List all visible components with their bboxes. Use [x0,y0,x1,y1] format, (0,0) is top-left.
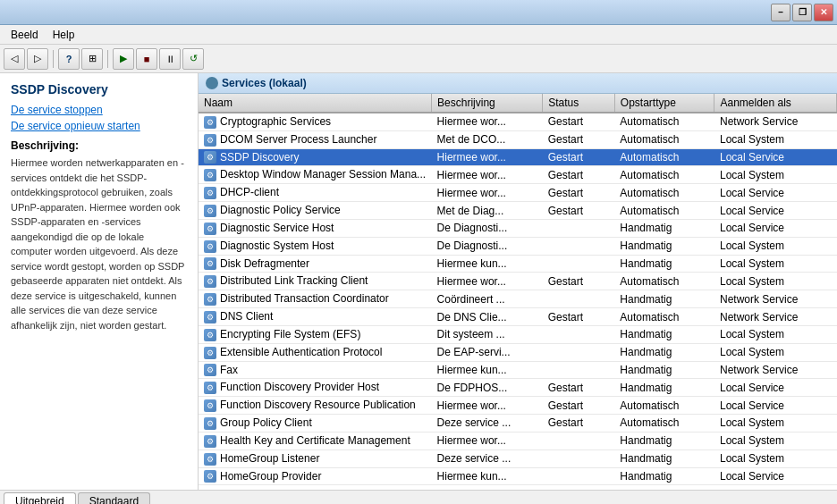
cell-opstarttype: Handmatig [614,449,714,467]
table-row[interactable]: Health Key and Certificate ManagementHie… [199,432,837,449]
cell-opstarttype: Handmatig [614,325,714,343]
services-table: Naam Beschrijving Status Opstarttype Aan… [199,94,837,485]
cell-beschrijving: Met de Diag... [432,202,543,220]
menu-help[interactable]: Help [46,27,82,43]
table-row[interactable]: DHCP-clientHiermee wor...GestartAutomati… [199,184,837,202]
left-panel: SSDP Discovery De service stoppen De ser… [0,73,199,490]
cell-beschrijving: Deze service ... [432,449,543,467]
cell-naam: Desktop Window Manager Session Mana... [199,166,432,184]
cell-aanmelden: Local System [714,237,837,255]
cell-status [543,325,615,343]
table-header-row: Naam Beschrijving Status Opstarttype Aan… [199,94,837,113]
cell-opstarttype: Automatisch [614,148,714,166]
cell-opstarttype: Automatisch [614,130,714,148]
toolbar-stop[interactable]: ■ [136,48,157,70]
cell-aanmelden: Local Service [714,219,837,237]
table-row[interactable]: Disk DefragmenterHiermee kun...Handmatig… [199,255,837,273]
col-header-beschrijving[interactable]: Beschrijving [432,94,543,113]
stop-link[interactable]: De service stoppen [11,104,103,116]
cell-aanmelden: Local System [714,255,837,273]
cell-status: Gestart [543,379,615,397]
cell-beschrijving: Hiermee kun... [432,467,543,485]
table-row[interactable]: DCOM Server Process LauncherMet de DCO..… [199,130,837,148]
cell-status: Gestart [543,184,615,202]
cell-aanmelden: Local System [714,415,837,433]
cell-aanmelden: Local Service [714,379,837,397]
cell-naam: HomeGroup Provider [199,467,432,485]
toolbar-play[interactable]: ▶ [113,48,134,70]
cell-naam: Encrypting File System (EFS) [199,325,432,343]
service-icon [204,347,216,359]
cell-opstarttype: Handmatig [614,237,714,255]
cell-naam: Function Discovery Provider Host [199,379,432,397]
table-row[interactable]: Cryptographic ServicesHiermee wor...Gest… [199,113,837,130]
cell-status: Gestart [543,148,615,166]
cell-status: Gestart [543,166,615,184]
cell-naam: Cryptographic Services [199,113,432,130]
tab-standaard[interactable]: Standaard [78,492,150,504]
cell-aanmelden: Network Service [714,290,837,308]
toolbar-forward[interactable]: ▷ [27,48,48,70]
cell-aanmelden: Local System [714,449,837,467]
table-row[interactable]: Diagnostic Policy ServiceMet de Diag...G… [199,202,837,220]
services-header-title: Services (lokaal) [222,77,307,89]
table-row[interactable]: DNS ClientDe DNS Clie...GestartAutomatis… [199,308,837,326]
table-row[interactable]: SSDP DiscoveryHiermee wor...GestartAutom… [199,148,837,166]
cell-beschrijving: Met de DCO... [432,130,543,148]
table-row[interactable]: HomeGroup ListenerDeze service ...Handma… [199,449,837,467]
table-row[interactable]: Diagnostic Service HostDe Diagnosti...Ha… [199,219,837,237]
cell-beschrijving: Hiermee wor... [432,184,543,202]
services-gear-icon [206,77,218,89]
restart-link[interactable]: De service opnieuw starten [11,120,140,132]
col-header-aanmelden[interactable]: Aanmelden als [714,94,837,113]
table-row[interactable]: Encrypting File System (EFS)Dit systeem … [199,325,837,343]
col-header-status[interactable]: Status [543,94,615,113]
menu-beeld[interactable]: Beeld [4,27,46,43]
service-icon [204,169,216,181]
toolbar-restart[interactable]: ↺ [182,48,204,70]
cell-naam: Function Discovery Resource Publication [199,397,432,415]
cell-status [543,343,615,361]
toolbar-expand[interactable]: ⊞ [81,48,103,70]
col-header-naam[interactable]: Naam [199,94,432,113]
service-icon [204,399,216,412]
cell-naam: SSDP Discovery [199,148,432,166]
table-row[interactable]: FaxHiermee kun...HandmatigNetwork Servic… [199,361,837,379]
service-icon [204,275,216,288]
service-icon [204,240,216,253]
cell-beschrijving: Hiermee kun... [432,255,543,273]
table-row[interactable]: Desktop Window Manager Session Mana...Hi… [199,166,837,184]
menu-bar: Beeld Help [0,25,837,45]
table-row[interactable]: HomeGroup ProviderHiermee kun...Handmati… [199,467,837,485]
cell-aanmelden: Local Service [714,148,837,166]
tab-uitgebreid[interactable]: Uitgebreid [4,492,76,504]
table-row[interactable]: Function Discovery Resource PublicationH… [199,397,837,415]
services-panel: Services (lokaal) Naam Beschrijving Stat… [199,73,837,490]
restart-link-label: De service opnieuw starten [11,120,187,132]
restore-button[interactable]: ❐ [792,4,812,21]
panel-title: SSDP Discovery [11,82,187,97]
table-row[interactable]: Group Policy ClientDeze service ...Gesta… [199,415,837,433]
table-row[interactable]: Extensible Authentication ProtocolDe EAP… [199,343,837,361]
cell-opstarttype: Automatisch [614,308,714,326]
close-button[interactable]: ✕ [814,4,833,21]
toolbar-sep1 [53,50,54,68]
cell-beschrijving: Hiermee wor... [432,397,543,415]
table-row[interactable]: Function Discovery Provider HostDe FDPHO… [199,379,837,397]
cell-status: Gestart [543,130,615,148]
service-icon [204,382,216,394]
table-row[interactable]: Distributed Link Tracking ClientHiermee … [199,273,837,290]
cell-opstarttype: Handmatig [614,467,714,485]
service-icon [204,470,216,483]
service-icon [204,151,216,164]
table-row[interactable]: Diagnostic System HostDe Diagnosti...Han… [199,237,837,255]
toolbar-help[interactable]: ? [58,48,80,70]
toolbar-pause[interactable]: ⏸ [159,48,181,70]
cell-beschrijving: Deze service ... [432,415,543,433]
col-header-opstarttype[interactable]: Opstarttype [614,94,714,113]
minimize-button[interactable]: – [771,4,790,21]
cell-aanmelden: Local Service [714,184,837,202]
toolbar-back[interactable]: ◁ [4,48,25,70]
table-row[interactable]: Distributed Transaction CoordinatorCoörd… [199,290,837,308]
cell-status [543,467,615,485]
